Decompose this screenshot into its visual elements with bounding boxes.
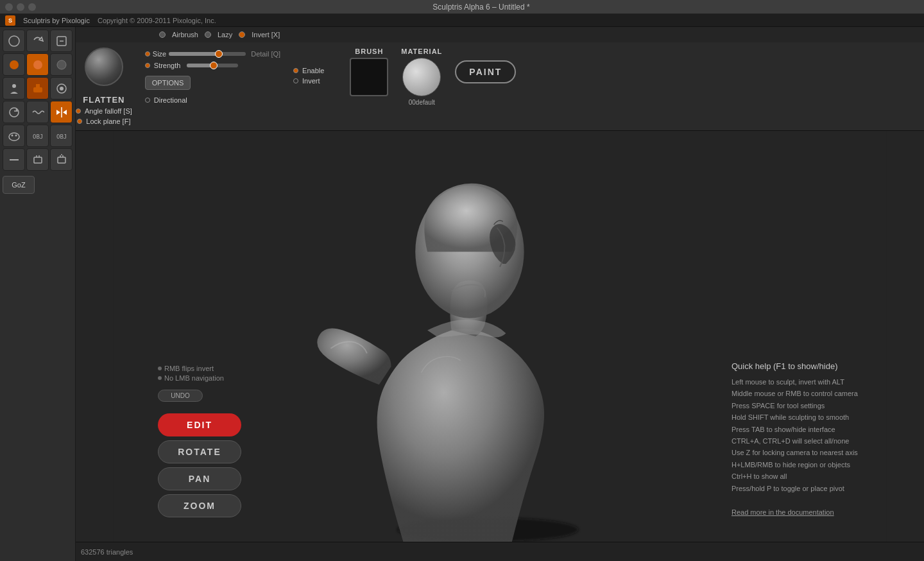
detail-label: Detail [Q] — [251, 50, 280, 58]
strength-row: Strength — [145, 62, 280, 69]
tool-smooth[interactable] — [50, 53, 73, 76]
app-logo: S — [5, 15, 15, 26]
tool-mirror[interactable] — [50, 101, 73, 123]
app-brand: Sculptris by Pixologic — [23, 17, 90, 24]
tool-sym2[interactable]: OBJ — [50, 125, 73, 147]
size-slider[interactable] — [169, 52, 246, 56]
tool-rotate[interactable] — [3, 101, 25, 123]
strength-radio[interactable] — [145, 63, 150, 68]
flatten-icon — [31, 58, 45, 72]
options-button[interactable]: OPTIONS — [145, 76, 191, 90]
angle-falloff-radio[interactable] — [76, 108, 81, 114]
sub2-icon — [31, 153, 45, 167]
traffic-lights — [5, 3, 36, 11]
triangles-label: 632576 triangles — [81, 548, 133, 556]
toolbar-options: Size Detail [Q] Strength — [145, 50, 280, 104]
paint-button[interactable]: PAINT — [455, 60, 516, 83]
invert-radio[interactable] — [293, 78, 298, 83]
flatten-sphere — [85, 47, 123, 86]
help-item-6: Use Z for locking camera to nearest axis — [732, 448, 911, 458]
tool-draw[interactable] — [3, 30, 25, 52]
tool-redo[interactable] — [50, 30, 73, 52]
help-item-8: Ctrl+H to show all — [732, 472, 911, 481]
help-item-0: Left mouse to sculpt, invert with ALT — [732, 377, 911, 387]
sym2-icon: OBJ — [55, 129, 69, 143]
tool-person[interactable] — [3, 77, 25, 99]
lock-plane-label: Lock plane [F] — [86, 117, 130, 125]
minimize-button[interactable] — [17, 3, 24, 11]
triangles-status: 632576 triangles — [81, 548, 133, 556]
no-lmb-item: No LMB navigation — [158, 374, 250, 382]
close-button[interactable] — [5, 3, 13, 11]
docs-link[interactable]: Read more in the documentation — [732, 508, 911, 516]
svg-point-11 — [10, 108, 19, 117]
svg-rect-8 — [36, 84, 40, 88]
no-lmb-dot — [158, 376, 162, 380]
tool-move[interactable] — [50, 77, 73, 99]
person-icon — [7, 82, 21, 96]
no-lmb-label: No LMB navigation — [164, 374, 224, 382]
undo-button[interactable]: UNDO — [158, 390, 203, 402]
enable-row: Enable — [293, 67, 324, 74]
rmb-dot — [158, 367, 162, 370]
directional-row: Directional — [145, 96, 280, 104]
svg-point-15 — [15, 134, 17, 136]
draw-icon — [7, 34, 21, 48]
viewport[interactable]: RMB flips invert No LMB navigation UNDO … — [76, 131, 924, 542]
sym1-icon: OBJ — [31, 129, 45, 143]
pan-button[interactable]: PAN — [158, 467, 241, 490]
tool-wave[interactable] — [26, 101, 49, 123]
invert-checkbox[interactable] — [239, 31, 245, 38]
rotate-button[interactable]: ROTATE — [158, 440, 241, 463]
top-area: Airbrush Lazy Invert [X] FLATTEN — [76, 27, 924, 131]
flatten-section: FLATTEN Angle falloff [S] Lock plane [F] — [76, 47, 132, 125]
brush-section: BRUSH — [350, 47, 388, 96]
tool-sub2[interactable] — [26, 148, 49, 171]
sub3-icon — [55, 153, 69, 167]
angle-falloff-row: Angle falloff [S] — [76, 107, 132, 115]
zoom-button[interactable]: ZOOM — [158, 494, 241, 517]
directional-radio[interactable] — [145, 98, 150, 103]
tool-sub1[interactable] — [3, 148, 25, 171]
help-item-2: Press SPACE for tool settings — [732, 401, 911, 411]
rmb-flips-label: RMB flips invert — [164, 365, 214, 372]
svg-point-13 — [9, 133, 19, 141]
tool-crease[interactable] — [3, 53, 25, 76]
tool-row-4 — [3, 101, 73, 123]
airbrush-checkbox[interactable] — [159, 31, 166, 38]
maximize-button[interactable] — [28, 3, 36, 11]
statusbar: 632576 triangles — [76, 542, 924, 561]
window-title: Sculptris Alpha 6 – Untitled * — [44, 3, 919, 12]
strength-slider[interactable] — [187, 64, 238, 67]
sub1-icon — [7, 153, 21, 167]
tool-sub3[interactable] — [50, 148, 73, 171]
goz-button[interactable]: GoZ — [3, 176, 35, 194]
size-label: Size — [153, 50, 166, 58]
size-radio[interactable] — [145, 51, 150, 56]
tool-flatten[interactable] — [26, 53, 49, 76]
lock-plane-radio[interactable] — [77, 119, 82, 124]
enable-radio[interactable] — [293, 68, 298, 73]
lock-plane-row: Lock plane [F] — [77, 117, 130, 125]
lazy-checkbox[interactable] — [205, 31, 211, 38]
invert-label[interactable]: Invert [X] — [252, 31, 280, 39]
tool-undo-icon[interactable] — [26, 30, 49, 52]
tool-mask[interactable] — [3, 125, 25, 147]
help-item-4: Press TAB to show/hide interface — [732, 425, 911, 435]
bottom-left-panel: RMB flips invert No LMB navigation UNDO … — [153, 359, 255, 522]
svg-point-10 — [60, 87, 64, 91]
quick-help-title: Quick help (F1 to show/hide) — [732, 361, 911, 371]
tool-paint[interactable] — [26, 77, 49, 99]
size-row: Size Detail [Q] — [145, 50, 280, 58]
mirror-icon — [55, 105, 69, 119]
edit-button[interactable]: EDIT — [158, 413, 241, 436]
mask-icon — [7, 129, 21, 143]
tool-sym1[interactable]: OBJ — [26, 125, 49, 147]
svg-rect-19 — [34, 157, 42, 163]
material-sphere[interactable] — [402, 58, 441, 96]
invert-row: Invert — [293, 77, 324, 85]
top-controls-bar: Airbrush Lazy Invert [X] — [76, 27, 924, 42]
rmb-flips-item: RMB flips invert — [158, 365, 250, 372]
tool-row-6 — [3, 148, 73, 171]
crease-icon — [7, 58, 21, 72]
